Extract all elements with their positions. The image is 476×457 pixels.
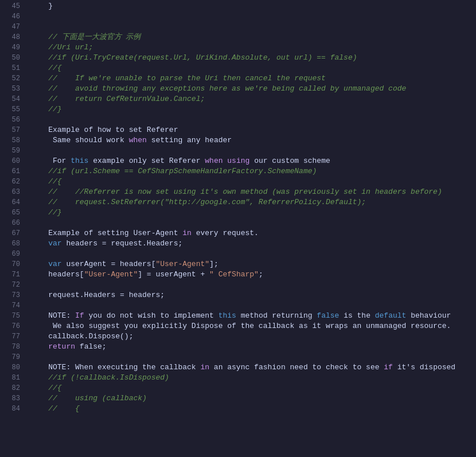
line-number: 63 <box>0 187 20 197</box>
line-number: 53 <box>0 84 20 94</box>
code-token: in <box>182 228 192 239</box>
line-number: 64 <box>0 197 20 208</box>
code-token: // If we're unable to parse the Uri then… <box>30 73 326 84</box>
code-token: userAgent = headers[ <box>62 259 156 269</box>
code-line: // If we're unable to parse the Uri then… <box>30 73 476 84</box>
code-editor: 4546474849505152535455565758596061626364… <box>0 0 476 457</box>
line-number: 74 <box>0 300 20 311</box>
code-line: // return CefReturnValue.Cancel; <box>30 94 476 104</box>
code-token <box>30 342 48 352</box>
code-line: //{ <box>30 383 476 393</box>
code-token: setting any header <box>147 135 232 146</box>
code-line: NOTE: If you do not wish to implement th… <box>30 311 476 321</box>
code-token: //{ <box>30 177 62 187</box>
code-line: // avoid throwing any exceptions here as… <box>30 84 476 94</box>
code-token: you do not wish to implement <box>84 311 219 321</box>
line-number: 58 <box>0 135 20 146</box>
code-line: //if (Uri.TryCreate(request.Url, UriKind… <box>30 53 476 63</box>
line-number: 69 <box>0 249 20 259</box>
code-token: method returning <box>236 311 317 321</box>
line-number: 57 <box>0 125 20 135</box>
code-line <box>30 146 476 156</box>
line-number: 59 <box>0 146 20 156</box>
line-number: 65 <box>0 208 20 218</box>
line-number: 62 <box>0 177 20 187</box>
code-token: default <box>375 311 407 321</box>
code-token: false; <box>75 342 107 352</box>
code-token <box>30 239 48 249</box>
code-token: // //Referrer is now set using it's own … <box>30 187 442 197</box>
code-token: "User-Agent" <box>84 269 138 280</box>
code-token: in <box>200 362 209 373</box>
code-line: //} <box>30 104 476 115</box>
line-number: 50 <box>0 53 20 63</box>
code-token: We also suggest you explicitly Dispose o… <box>30 321 451 331</box>
line-number: 55 <box>0 104 20 115</box>
code-line: For this example only set Referer when u… <box>30 156 476 166</box>
code-token: callback.Dispose(); <box>30 331 133 342</box>
code-token: when <box>129 135 147 146</box>
code-token: headers = request.Headers; <box>62 239 183 249</box>
line-number: 51 <box>0 63 20 73</box>
line-number: 61 <box>0 166 20 177</box>
code-token: //Uri url; <box>30 42 93 53</box>
code-token: is the <box>339 311 374 321</box>
code-token: " CefSharp" <box>209 269 259 280</box>
code-token: if <box>384 362 393 373</box>
code-token: // avoid throwing any exceptions here as… <box>30 84 406 94</box>
code-line <box>30 249 476 259</box>
code-token <box>223 156 228 166</box>
code-token: //{ <box>30 63 62 73</box>
line-number: 80 <box>0 362 20 373</box>
code-token: headers[ <box>30 269 84 280</box>
code-token: return <box>48 342 75 352</box>
code-token: Same should work <box>30 135 129 146</box>
code-line <box>30 22 476 32</box>
code-token: // 下面是一大波官方 示例 <box>30 32 141 42</box>
code-token: behaviour <box>406 311 451 321</box>
code-line: } <box>30 1 476 11</box>
code-token: example only set Referer <box>88 156 205 166</box>
code-token: NOTE: When executing the callback <box>30 362 200 373</box>
code-line: We also suggest you explicitly Dispose o… <box>30 321 476 331</box>
code-token: For <box>30 156 71 166</box>
line-number: 77 <box>0 331 20 342</box>
code-token: this <box>219 311 236 321</box>
code-token: it's disposed <box>393 362 455 373</box>
code-content[interactable]: } // 下面是一大波官方 示例 //Uri url; //if (Uri.Tr… <box>26 0 476 457</box>
code-line: //if (url.Scheme == CefSharpSchemeHandle… <box>30 166 476 177</box>
code-line: Example of how to set Referer <box>30 125 476 135</box>
code-token: //} <box>30 208 62 218</box>
code-line: Example of setting User-Agent in every r… <box>30 228 476 239</box>
line-number: 79 <box>0 352 20 362</box>
line-number: 68 <box>0 239 20 249</box>
code-line <box>30 115 476 125</box>
code-token: ] = userAgent + <box>138 269 209 280</box>
line-number: 78 <box>0 342 20 352</box>
code-line: return false; <box>30 342 476 352</box>
line-number: 48 <box>0 32 20 42</box>
line-number: 75 <box>0 311 20 321</box>
code-line <box>30 11 476 22</box>
code-line: headers["User-Agent"] = userAgent + " Ce… <box>30 269 476 280</box>
code-token: //if (Uri.TryCreate(request.Url, UriKind… <box>30 53 357 63</box>
code-line: callback.Dispose(); <box>30 331 476 342</box>
code-line: //if (!callback.IsDisposed) <box>30 373 476 383</box>
code-token: this <box>71 156 88 166</box>
code-token: // { <box>30 404 80 414</box>
line-number: 66 <box>0 218 20 228</box>
code-token: every request. <box>192 228 259 239</box>
code-line: // request.SetReferrer("http://google.co… <box>30 197 476 208</box>
code-token: //if (!callback.IsDisposed) <box>30 373 169 383</box>
line-number: 54 <box>0 94 20 104</box>
code-line: //Uri url; <box>30 42 476 53</box>
code-token: } <box>30 1 53 11</box>
line-number: 45 <box>0 1 20 11</box>
code-line: //} <box>30 208 476 218</box>
code-token: using <box>227 156 249 166</box>
code-line: // using (callback) <box>30 393 476 404</box>
line-number: 73 <box>0 290 20 300</box>
code-token: // using (callback) <box>30 393 147 404</box>
line-number: 76 <box>0 321 20 331</box>
code-line: //{ <box>30 63 476 73</box>
